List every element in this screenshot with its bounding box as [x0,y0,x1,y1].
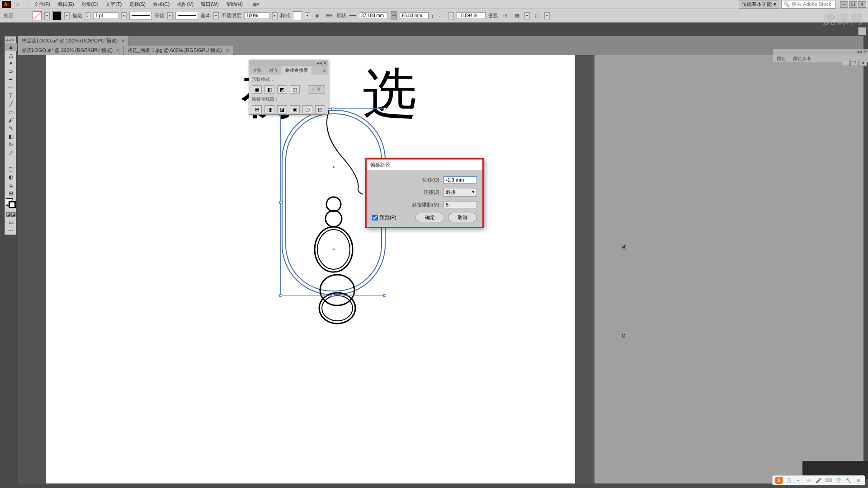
perspective-tool[interactable]: ⬙ [5,181,17,189]
close-icon[interactable]: ✕ [121,38,125,43]
menu-effect[interactable]: 效果(C) [149,0,173,9]
restore-button[interactable]: ❐ [849,1,857,8]
menu-help[interactable]: 帮助(H) [222,0,246,9]
tab-transform[interactable]: 变换 [249,66,265,75]
ime-menu-icon[interactable]: ≡ [855,477,862,484]
style-swatch[interactable] [293,11,302,20]
menu-select[interactable]: 选择(S) [126,0,150,9]
tab-pathfinder[interactable]: 路径查找器 [282,66,311,75]
collapse-icon[interactable]: ◂◂ [316,60,322,66]
menu-file[interactable]: 文件(F) [30,0,54,9]
menu-window[interactable]: 窗口(W) [197,0,222,9]
exclude-icon[interactable]: ◫ [290,85,300,94]
rotate-tool[interactable]: ↻ [5,141,17,149]
color-controls[interactable] [5,197,16,210]
radius-input[interactable] [457,12,486,19]
merge-icon[interactable]: ◪ [277,105,287,113]
shaper-tool[interactable]: ✎ [5,124,17,132]
align-icon[interactable]: ⊞▾ [325,11,334,20]
width-input[interactable] [359,12,388,19]
stroke-weight[interactable] [93,12,118,19]
corner-icon[interactable]: ⌐ [437,11,446,20]
tab-align[interactable]: 对齐 [265,66,282,75]
menu-object[interactable]: 对象(O) [78,0,102,9]
tab-3[interactable]: 初选_画板 1.jpg @ 600% (RGB/GPU 预览)✕ [124,46,233,55]
mesh-tool[interactable]: ⊞ [5,189,17,197]
pen-tool[interactable]: ✒ [5,75,17,84]
tab-color[interactable]: 颜色 [773,55,789,62]
workspace-switcher[interactable]: 传统基本功能▾ [739,0,779,9]
join-select[interactable]: 斜接▾ [443,188,477,197]
sogou-icon[interactable]: S [775,477,783,484]
direct-selection-tool[interactable]: △ [5,51,17,59]
panel-menu-icon[interactable]: ≡ [321,68,328,73]
canvas[interactable]: 初 选 [18,55,863,483]
stock-search[interactable]: 🔍搜索 Adobe Stock [781,0,835,9]
minus-back-icon[interactable]: ◰ [315,105,325,113]
close-icon[interactable]: ✕ [323,60,327,66]
lasso-tool[interactable]: ⊃ [5,67,17,75]
height-input[interactable] [400,12,429,19]
width-tool[interactable]: ⟊ [5,157,17,165]
minimize-button[interactable]: — [840,1,848,8]
type-tool[interactable]: T [5,92,17,100]
ime-keyboard-icon[interactable]: ⌨ [825,477,832,484]
doc-minimize[interactable]: — [842,60,850,66]
shape-builder-tool[interactable]: ◐ [5,173,17,181]
stroke-swatch[interactable] [52,11,61,20]
tab-color-guide[interactable]: 颜色参考 [789,55,815,62]
intersect-icon[interactable]: ◩ [277,85,287,94]
minus-front-icon[interactable]: ◧ [264,85,274,94]
eraser-tool[interactable]: ◧ [5,132,17,141]
trim-icon[interactable]: ◨ [264,105,274,113]
doc-close[interactable]: ✕ [859,60,867,66]
scale-tool[interactable]: ⤢ [5,149,17,157]
unite-icon[interactable]: ◼ [252,85,262,94]
ime-voice-icon[interactable]: 🎤 [815,477,822,484]
ime-toolbar[interactable]: S 英 •, ☺ 🎤 ⌨ 👕 🔧 ≡ [772,475,865,485]
line-tool[interactable]: ╱ [5,100,17,108]
rectangle-tool[interactable]: ▭ [5,108,17,116]
free-transform-tool[interactable]: ⬚ [5,165,17,173]
screen-mode[interactable]: ▭ [5,218,17,226]
cancel-button[interactable]: 取消 [448,213,477,222]
edit-toolbar[interactable]: ⋯ [5,226,17,235]
ime-tool-icon[interactable]: 🔧 [845,477,852,484]
selection-tool[interactable]: ▲ [5,43,17,51]
expand-button[interactable]: 扩展 [308,85,325,94]
isolate-icon[interactable]: ⊡ [501,11,510,20]
fill-swatch[interactable] [33,11,42,20]
pixel-icon[interactable]: ▦ [513,11,522,20]
ime-skin-icon[interactable]: 👕 [835,477,842,484]
menu-type[interactable]: 文字(T) [102,0,125,9]
tab-1[interactable]: 饰品店LOGO.ai* @ 200% (RGB/GPU 预览)✕ [18,36,129,46]
curvature-tool[interactable]: 〰 [5,84,17,92]
close-button[interactable]: ✕ [858,1,866,8]
offset-input[interactable] [443,176,477,183]
opacity-input[interactable] [244,12,269,19]
brush-def[interactable] [175,12,198,20]
menu-edit[interactable]: 编辑(E) [54,0,78,9]
ime-lang[interactable]: 英 [785,477,793,484]
preview-checkbox[interactable]: 预览(P) [372,214,396,221]
ime-punct-icon[interactable]: •, [795,477,802,484]
menu-view[interactable]: 视图(V) [173,0,197,9]
ime-emoji-icon[interactable]: ☺ [805,477,812,484]
miter-input[interactable] [443,201,477,208]
magic-wand-tool[interactable]: ✦ [5,59,17,67]
ok-button[interactable]: 确定 [415,213,444,222]
paintbrush-tool[interactable]: 🖌 [5,116,17,124]
draw-mode[interactable]: ◪◪ [5,210,17,218]
outline-icon[interactable]: ▢ [302,105,312,113]
crop-icon[interactable]: ▣ [290,105,300,113]
tab-2[interactable]: 品店LOGO.ai* @ 200% (RGB/GPU 预览)✕ [18,46,124,55]
panel-icon[interactable] [858,27,866,35]
close-icon[interactable]: ✕ [116,48,120,53]
home-icon[interactable]: ⌂ [14,1,22,8]
stroke-profile[interactable] [129,12,152,20]
arrange2-icon[interactable]: ⬚ [533,11,542,20]
doc-restore[interactable]: ❐ [850,60,859,66]
link-wh-icon[interactable]: ⚮ [391,11,397,20]
divide-icon[interactable]: ⊞ [252,105,262,113]
close-icon[interactable]: ✕ [226,48,229,53]
